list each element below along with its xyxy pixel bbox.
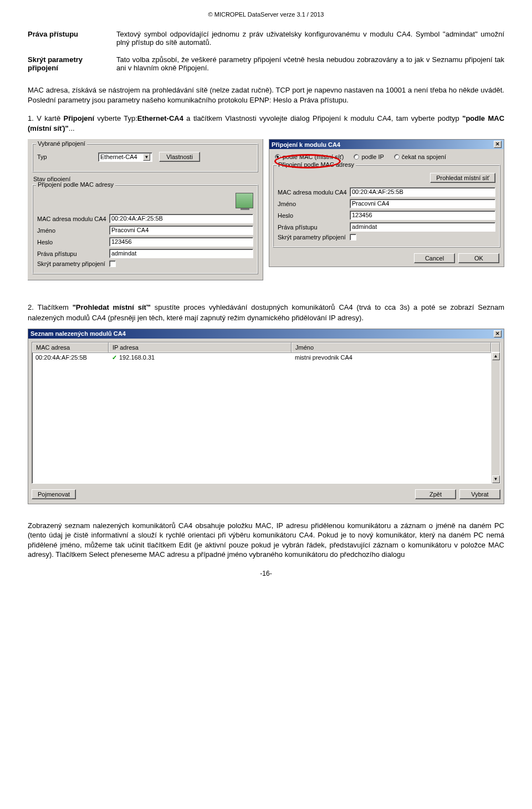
paragraph-seznam-desc: Zobrazený seznam nalezených komunikátorů… [28,521,504,560]
button-ok[interactable]: OK [458,253,499,263]
button-pojmenovat[interactable]: Pojmenovat [32,489,76,499]
document-header: © MICROPEL DataServer verze 3.1 / 2013 [28,11,504,18]
titlebar-text: Připojení k modulu CA4 [272,141,340,148]
step1-text: 1. V kartě [28,114,64,122]
input-jmeno-b[interactable]: Pracovni CA4 [350,199,495,208]
radio-icon [394,154,400,160]
titlebar-seznam-text: Seznam nalezených modulů CA4 [30,330,126,337]
label-skryt-a: Skrýt parametry připojení [37,260,109,267]
input-prava-a[interactable]: admindat [109,249,253,258]
radio-label-ip: podle IP [361,153,383,160]
close-icon[interactable]: ✕ [494,141,502,148]
radio-label-mac: podle MAC (místní síť) [283,153,344,160]
definitions-table: Práva přístupu Textový symbol odpovídají… [28,28,504,79]
step1-text3: a tlačítkem Vlastnosti vyvolejte dialog … [183,114,462,122]
cell-ip-value: 192.168.0.31 [119,354,155,361]
dropdown-typ-value: Ethernet-CA4 [100,153,137,160]
radio-label-cekat: čekat na spojení [402,153,446,160]
button-cancel[interactable]: Cancel [414,253,455,263]
radio-icon [275,154,280,160]
page-number: -16- [28,570,504,577]
label-heslo-b: Heslo [278,212,350,219]
titlebar-pripojeni[interactable]: Připojení k modulu CA4 ✕ [269,140,504,149]
list-row[interactable]: 00:20:4A:AF:25:5B ✓192.168.0.31 mistni p… [32,353,500,362]
label-mac-a: MAC adresa modulu CA4 [37,216,109,222]
label-skryt-b: Skrýt parametry připojení [278,234,350,240]
label-jmeno-b: Jméno [278,201,350,207]
label-prava-a: Práva přístupu [37,250,109,257]
checkbox-skryt-a[interactable] [109,260,116,267]
input-heslo-a[interactable]: 123456 [109,237,253,247]
radio-icon [354,154,359,160]
fieldset-mac-a: Připojení podle MAC adresy [36,181,115,188]
fieldset-vybrane: Vybrané připojení [36,140,87,147]
input-mac-a[interactable]: 00:20:4A:AF:25:5B [109,214,253,223]
radio-cekat[interactable]: čekat na spojení [394,153,446,160]
button-prohledat[interactable]: Prohledat místní síť [430,173,495,183]
radio-podle-mac[interactable]: podle MAC (místní síť) [275,153,344,160]
step-2: 2. Tlačítkem "Prohledat místní síť" spus… [28,303,504,322]
dropdown-typ[interactable]: Ethernet-CA4 ▼ [98,152,152,162]
list-header: MAC adresa IP adresa Jméno [32,342,500,353]
label-heslo-a: Heslo [37,239,109,245]
step1-b1: Připojení [64,114,95,122]
scroll-down-icon[interactable]: ▼ [492,475,500,483]
paragraph-mac-intro: MAC adresa, získává se nástrojem na proh… [28,85,504,105]
cell-mac: 00:20:4A:AF:25:5B [32,354,109,362]
network-icon [236,193,253,208]
input-jmeno-a[interactable]: Pracovni CA4 [109,226,253,235]
button-vlastnosti[interactable]: Vlastnosti [159,152,200,162]
input-mac-b[interactable]: 00:20:4A:AF:25:5B [350,187,495,197]
titlebar-seznam[interactable]: Seznam nalezených modulů CA4 ✕ [28,329,504,339]
cell-ip: ✓192.168.0.31 [109,354,291,362]
cell-name: mistni prevodnik CA4 [291,354,500,362]
label-typ: Typ [37,153,98,160]
dialog-seznam-modulu: Seznam nalezených modulů CA4 ✕ MAC adres… [28,329,504,504]
input-prava-b[interactable]: admindat [350,222,495,232]
step1-text2: vyberte Typ: [94,114,137,122]
scrollbar-vertical[interactable]: ▲ ▼ [491,352,500,483]
label-mac-b: MAC adresa modulu CA4 [278,189,350,196]
radio-podle-ip[interactable]: podle IP [354,153,383,160]
chevron-down-icon: ▼ [143,153,150,161]
input-heslo-b[interactable]: 123456 [350,211,495,220]
close-icon[interactable]: ✕ [494,330,502,337]
check-icon: ✓ [112,354,117,361]
label-jmeno-a: Jméno [37,227,109,234]
step2-b: "Prohledat místní síť" [73,303,151,311]
button-vybrat[interactable]: Vybrat [459,489,500,499]
step2-text: 2. Tlačítkem [28,303,73,311]
fieldset-mac-b: Připojení podle MAC adresy [277,161,356,168]
def-desc-skryt: Tato volba způsobí, že veškeré parametry… [116,53,504,79]
def-term-skryt: Skrýt parametry připojení [28,53,116,79]
listview-moduly[interactable]: MAC adresa IP adresa Jméno 00:20:4A:AF:2… [32,342,500,484]
col-header-mac[interactable]: MAC adresa [32,342,109,352]
panel-vybrane-pripojeni: Vybrané připojení Typ Ethernet-CA4 ▼ Vla… [28,139,263,280]
step1-b2: Ethernet-CA4 [137,114,183,122]
def-desc-prava: Textový symbol odpovídající jednomu z pr… [116,28,504,53]
checkbox-skryt-b[interactable] [350,234,356,240]
step-1: 1. V kartě Připojení vyberte Typ:Etherne… [28,114,504,134]
button-zpet[interactable]: Zpět [415,489,456,499]
dialog-pripojeni-ca4: Připojení k modulu CA4 ✕ podle MAC (míst… [269,139,504,267]
label-prava-b: Práva přístupu [278,224,350,231]
col-header-jmeno[interactable]: Jméno [291,342,491,352]
step1-text4: ... [69,124,75,132]
col-header-ip[interactable]: IP adresa [109,342,291,352]
def-term-prava: Práva přístupu [28,28,116,53]
scroll-up-icon[interactable]: ▲ [492,352,500,360]
